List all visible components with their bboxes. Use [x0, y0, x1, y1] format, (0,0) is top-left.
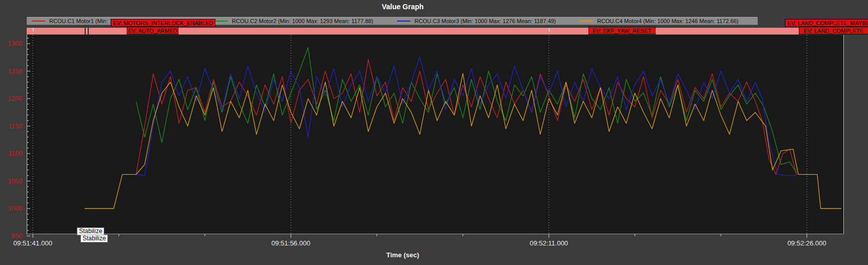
legend-label-motor4: RCOU.C4 Motor4 (Min: 1000 Max: 1246 Mean… — [597, 18, 739, 24]
y-tick-label: 1100 — [1, 149, 23, 157]
y-tick-label: 950 — [1, 232, 23, 240]
motor2-line-swatch — [214, 21, 228, 22]
legend-label-motor2: RCOU.C2 Motor2 (Min: 1000 Max: 1293 Mean… — [232, 18, 373, 24]
x-tick-label: 09:52:26.000 — [776, 239, 838, 247]
legend-item-motor2: RCOU.C2 Motor2 (Min: 1000 Max: 1293 Mean… — [209, 18, 392, 24]
motor1-line-swatch — [32, 21, 45, 22]
mode-bar-tick — [33, 28, 33, 31]
event-marker-land-complete-maybe: EV: LAND_COMPLETE_MAYBE — [785, 19, 868, 27]
event-marker-motors-interlock: EV: MOTORS_INTERLOCK_ENABLED — [111, 19, 215, 27]
motor4-line-swatch — [580, 21, 593, 22]
event-marker-ekf-yaw-reset: EV: EKF_YAW_RESET — [588, 27, 656, 34]
event-marker-land-complete: EV: LAND_COMPLETE — [799, 27, 868, 34]
x-tick-label: 09:51:41.000 — [2, 239, 64, 247]
y-tick-label: 1050 — [1, 177, 23, 185]
y-tick-label: 1250 — [1, 67, 23, 75]
plot-background — [27, 35, 844, 234]
x-axis-title: Time (sec) — [351, 251, 454, 259]
mode-bar-gap — [85, 28, 86, 34]
x-tick-label: 09:52:11.000 — [518, 239, 580, 247]
event-marker-auto-armed: EV: AUTO_ARMED — [127, 27, 179, 34]
motor3-line-swatch — [397, 21, 410, 22]
flight-mode-tag: Stabilize — [81, 235, 108, 242]
mode-bar-tick — [549, 28, 549, 31]
y-tick-label: 1200 — [1, 94, 23, 102]
y-tick-label: 1150 — [1, 122, 23, 130]
plot-area[interactable] — [27, 35, 844, 238]
y-tick-label: 1000 — [1, 204, 23, 212]
mode-bar-gap — [88, 28, 89, 34]
legend-item-motor4: RCOU.C4 Motor4 (Min: 1000 Max: 1246 Mean… — [575, 18, 757, 24]
flight-mode-tag: Stabilize — [77, 228, 104, 235]
legend-label-motor3: RCOU.C3 Motor3 (Min: 1000 Max: 1276 Mean… — [415, 18, 556, 24]
log-viewer-window: Value Graph RCOU.C1 Motor1 (Min: 1000 Ma… — [0, 0, 868, 265]
page-title: Value Graph — [0, 3, 805, 11]
y-tick-label: 1300 — [1, 40, 23, 47]
legend-item-motor3: RCOU.C3 Motor3 (Min: 1000 Max: 1276 Mean… — [392, 18, 575, 24]
x-tick-label: 09:51:56.000 — [260, 239, 322, 247]
